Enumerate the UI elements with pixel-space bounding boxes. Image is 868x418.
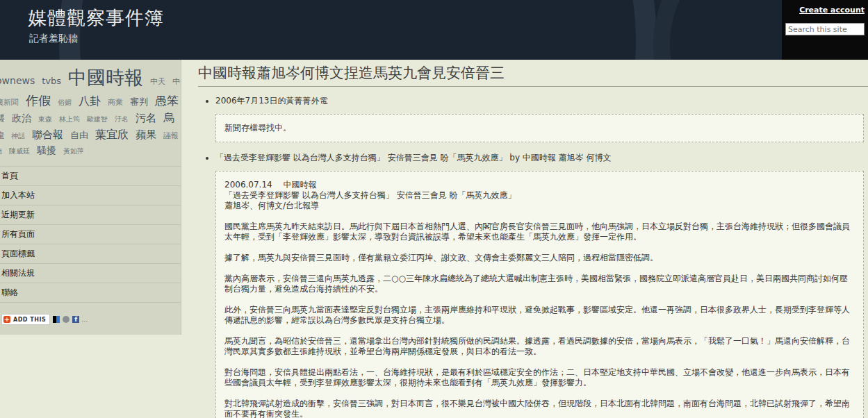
tag-link[interactable]: 神話 (11, 131, 25, 141)
article-paragraph: 對台海問題，安倍具體提出兩點看法，一、台海維持現狀，是最有利於區域穩定安全的作法… (224, 367, 855, 388)
article-paragraph: 國民黨主席馬英九昨天結束訪日。馬此行與下屆日本首相熱門人選、內閣官房長官安倍晉三… (224, 221, 855, 242)
site-subtitle: 記者羞恥牆 (29, 33, 78, 45)
delicious-icon[interactable] (53, 316, 60, 323)
main-content: 中國時報蕭旭岑何博文捏造馬英九會見安倍晉三 2006年7月13日的黃菁菁外電 新… (188, 60, 868, 418)
tag-row: ownewstvbs中國時報中天中央社 (0, 65, 181, 90)
page-title: 中國時報蕭旭岑何博文捏造馬英九會見安倍晉三 (198, 60, 868, 87)
article-body: 國民黨主席馬英九昨天結束訪日。馬此行與下屆日本首相熱門人選、內閣官房長官安倍晉三… (224, 221, 855, 418)
bullet-list: 「過去受李登輝影響 以為台灣人多支持台獨」 安倍晉三會見 盼「馬英九效應」 by… (205, 152, 868, 164)
tag-link[interactable]: 商業 (108, 97, 123, 108)
tag-link[interactable]: 中央社 (172, 76, 181, 87)
article-box: 2006.07.14 中國時報 「過去受李登輝影響 以為台灣人多支持台獨」 安倍… (215, 171, 864, 418)
tag-link[interactable]: 烏 (163, 111, 174, 126)
sidebar-menu: 首頁加入本站近期更新所有頁面頁面標籤相關法規聯絡 (0, 166, 181, 303)
sidebar-menu-item[interactable]: 所有頁面 (0, 225, 181, 244)
article-byline: 蕭旭岑、何博文/台北報導 (224, 201, 855, 211)
tag-row: 龍神話聯合報自由葉宜欣蘋果誣報 (0, 128, 181, 142)
tag-link[interactable]: 政治 (12, 112, 31, 125)
tag-link[interactable]: 蘋果 (136, 128, 156, 142)
create-account-link[interactable]: Create account (799, 6, 865, 15)
sidebar-menu-item[interactable]: 近期更新 (0, 206, 181, 225)
search-input[interactable] (785, 23, 865, 35)
facebook-icon[interactable]: f (72, 316, 79, 323)
tag-link[interactable]: 審判 (130, 96, 148, 108)
tag-link[interactable]: 汙名 (115, 115, 129, 124)
note-box: 新聞存檔尋找中。 (215, 114, 864, 142)
header-right-panel: Create account (782, 0, 868, 60)
tag-link[interactable]: 俗媚 (58, 98, 72, 108)
addthis-button[interactable]: + ADD THIS (1, 314, 50, 325)
tag-link[interactable]: 中天 (150, 76, 165, 87)
tag-link[interactable]: 德 (0, 147, 2, 156)
tag-link[interactable]: 中國時報 (68, 65, 143, 90)
tag-link[interactable]: ownews (0, 75, 35, 86)
tag-link[interactable]: tvbs (42, 76, 61, 86)
tag-link[interactable]: 自由 (70, 129, 88, 142)
tag-link[interactable]: 八卦 (79, 94, 101, 109)
note-text: 新聞存檔尋找中。 (224, 123, 291, 133)
tag-link[interactable]: 騷擾 (37, 144, 56, 157)
share-icon[interactable] (63, 316, 69, 323)
tag-link[interactable]: 龍 (0, 130, 4, 142)
article-paragraph: 此外，安倍晉三向馬英九當面表達堅定反對台獨立場，主張兩岸應維持和平現狀，避免掀起… (224, 305, 855, 326)
tag-link[interactable]: 作假 (26, 92, 51, 109)
article-date-line: 2006.07.14 中國時報 (224, 180, 855, 190)
addthis-plus-icon: + (3, 316, 10, 323)
tag-link[interactable]: 廣新聞 (0, 97, 19, 108)
addthis-label: ADD THIS (13, 317, 46, 323)
tag-row: 廣新聞作假俗媚八卦商業審判愚笨 (0, 92, 181, 109)
tag-link[interactable]: 愚笨 (155, 93, 179, 109)
tag-row: 德陳威廷騷擾黃如萍 (0, 144, 181, 157)
tag-link[interactable]: 聯合報 (32, 128, 63, 142)
bullet-list: 2006年7月13日的黃菁菁外電 (205, 95, 868, 107)
site-title: 媒體觀察事件簿 (28, 6, 164, 31)
article-header: 2006.07.14 中國時報 「過去受李登輝影響 以為台灣人多支持台獨」 安倍… (224, 180, 855, 211)
sidebar-menu-item[interactable]: 加入本站 (0, 186, 181, 206)
site-header: 媒體觀察事件簿 記者羞恥牆 Create account (0, 0, 868, 60)
article-paragraph: 黨內高層表示，安倍晉三還向馬英九透露，二○○三年陳水扁總統為了總統大選喊出制憲主… (224, 274, 855, 294)
sidebar-menu-item[interactable]: 頁面標籤 (0, 244, 181, 264)
tag-link[interactable]: 誣報 (163, 131, 179, 141)
tag-row: 襲政治東森林上筠歐建智汙名污名烏 (0, 111, 181, 126)
tag-link[interactable]: 陳威廷 (9, 147, 30, 156)
article-paragraph: 對北韓飛彈試射造成的衝擊，安倍晉三強調，對日本而言，很不樂見台灣被中國大陸併吞，… (224, 399, 855, 418)
tag-link[interactable]: 葉宜欣 (95, 128, 129, 142)
sidebar-menu-item[interactable]: 首頁 (0, 167, 181, 186)
sidebar-menu-item[interactable]: 相關法規 (0, 264, 181, 283)
tag-link[interactable]: 襲 (0, 112, 5, 125)
tag-link[interactable]: 東森 (38, 115, 52, 124)
article-paragraph: 據了解，馬英九與安倍晉三見面時，僅有黨籍立委江丙坤、謝文政、文傳會主委鄭麗文三人… (224, 253, 855, 263)
addthis-widget: + ADD THIS f … (1, 314, 181, 325)
bullet-item-article-title: 「過去受李登輝影響 以為台灣人多支持台獨」 安倍晉三會見 盼「馬英九效應」 by… (215, 152, 868, 164)
sidebar: ownewstvbs中國時報中天中央社 廣新聞作假俗媚八卦商業審判愚笨 襲政治東… (0, 60, 181, 335)
more-icon[interactable]: … (81, 316, 88, 323)
tag-link[interactable]: 歐建智 (87, 115, 108, 124)
sidebar-menu-item[interactable]: 聯絡 (0, 283, 181, 303)
tag-link[interactable]: 污名 (136, 112, 156, 125)
tag-link[interactable]: 黃如萍 (63, 147, 84, 156)
tag-cloud: ownewstvbs中國時報中天中央社 廣新聞作假俗媚八卦商業審判愚笨 襲政治東… (0, 65, 181, 159)
article-paragraph: 馬英九聞言，為昭信於安倍晉三，還當場拿出台灣內部針對統獨所做的民調結果。據透露，… (224, 336, 855, 357)
article-headline: 「過去受李登輝影響 以為台灣人多支持台獨」 安倍晉三會見 盼「馬英九效應」 (224, 190, 855, 201)
bullet-item-source: 2006年7月13日的黃菁菁外電 (215, 95, 868, 107)
tag-link[interactable]: 林上筠 (59, 115, 80, 124)
